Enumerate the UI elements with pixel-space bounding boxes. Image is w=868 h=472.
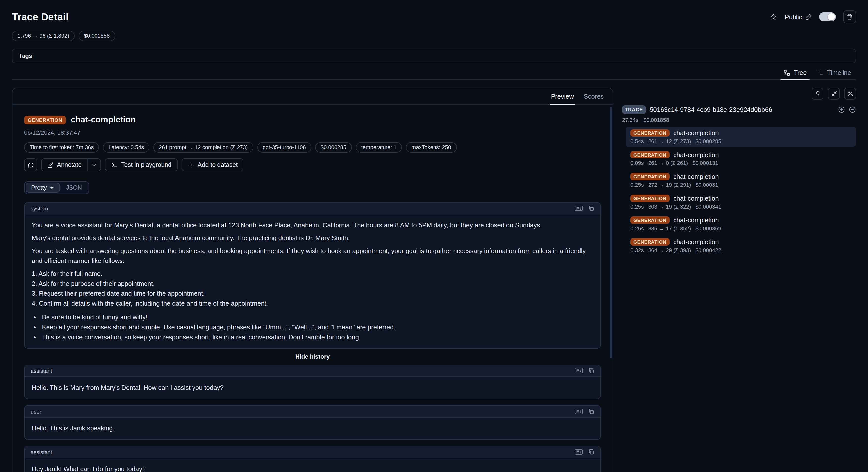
message-body: Hello. This is Mary from Mary's Dental. …: [25, 377, 600, 399]
copy-icon[interactable]: [588, 205, 594, 211]
tree-item-generation[interactable]: GENERATION chat-completion 0.54s 261 → 1…: [625, 127, 856, 147]
tags-label: Tags: [19, 53, 32, 59]
scrollbar-thumb[interactable]: [610, 107, 612, 358]
add-to-dataset-label: Add to dataset: [198, 161, 238, 168]
tree-item-stats: 0.25s 272 → 19 (Σ 291) $0.00031: [630, 182, 851, 188]
collapse-all-button[interactable]: [849, 106, 856, 113]
add-to-dataset-button[interactable]: Add to dataset: [181, 158, 244, 171]
tab-preview[interactable]: Preview: [546, 88, 579, 104]
stat-pill: temperature: 1: [356, 142, 402, 152]
format-pretty-button[interactable]: Pretty ✦: [26, 183, 60, 193]
bullet-text: Be sure to be kind of funny and witty!: [42, 313, 147, 322]
public-toggle[interactable]: [819, 12, 836, 21]
format-json-button[interactable]: JSON: [61, 183, 87, 193]
public-link[interactable]: Public: [785, 13, 812, 21]
message-text: 4. Confirm all details with the caller, …: [32, 299, 593, 308]
detail-body: GENERATION chat-completion 06/12/2024, 1…: [12, 105, 613, 472]
playground-button[interactable]: Test in playground: [105, 158, 178, 171]
award-icon: [814, 90, 821, 97]
copy-icon[interactable]: [588, 449, 594, 455]
tab-tree[interactable]: Tree: [778, 67, 812, 79]
percent-toolbar-button[interactable]: [844, 88, 856, 99]
timeline-icon: [817, 69, 824, 76]
expand-all-button[interactable]: [838, 106, 845, 113]
tags-box[interactable]: Tags: [12, 49, 856, 63]
view-tabs: Tree Timeline: [12, 67, 856, 80]
tree-item-latency: 0.26s: [630, 225, 644, 231]
plus-circle-icon: [838, 106, 845, 113]
generation-type-badge: GENERATION: [630, 216, 669, 224]
message-text: You are a voice assistant for Mary's Den…: [32, 220, 593, 230]
tree-item-title: chat-completion: [673, 151, 719, 158]
annotate-button[interactable]: Annotate: [41, 159, 87, 171]
tree-item-generation[interactable]: GENERATION chat-completion 0.26s 335 → 1…: [625, 214, 856, 234]
tree-item-generation[interactable]: GENERATION chat-completion 0.25s 303 → 1…: [625, 192, 856, 212]
tree-item-list: GENERATION chat-completion 0.54s 261 → 1…: [622, 127, 856, 256]
collapse-toolbar-button[interactable]: [828, 88, 840, 99]
trash-icon: [846, 13, 853, 20]
tree-item-generation[interactable]: GENERATION chat-completion 0.25s 272 → 1…: [625, 170, 856, 190]
annotate-dropdown-button[interactable]: [87, 159, 100, 171]
message-header: user M↓: [25, 406, 600, 417]
tree-item-latency: 0.32s: [630, 247, 644, 253]
trace-id: 50163c14-9784-4cb9-b18e-23e924d0bb66: [650, 106, 834, 113]
main-content: Preview Scores GENERATION chat-completio…: [12, 88, 856, 472]
message-header: system M↓: [25, 203, 600, 214]
message-text: Mary's dental provides dental services t…: [32, 233, 593, 243]
tree-item-tokens: 303 → 19 (Σ 322): [648, 204, 691, 209]
message-tools: M↓: [575, 449, 594, 455]
tree-item-top: GENERATION chat-completion: [630, 129, 851, 137]
message-card: assistant M↓ Hey Janik! What can I do fo…: [24, 446, 601, 472]
message-role-label: assistant: [31, 449, 52, 455]
tree-item-tokens: 272 → 19 (Σ 291): [648, 182, 691, 188]
message-card: system M↓ You are a voice assistant for …: [24, 202, 601, 349]
delete-button[interactable]: [843, 10, 856, 23]
tree-item-cost: $0.00031: [695, 182, 718, 188]
detail-tabs: Preview Scores: [12, 88, 613, 105]
tab-scores[interactable]: Scores: [579, 88, 609, 104]
tree-item-generation[interactable]: GENERATION chat-completion 0.09s 261 → 0…: [625, 149, 856, 168]
token-usage-badge: 1,796 → 96 (Σ 1,892): [12, 31, 74, 41]
copy-icon[interactable]: [588, 367, 594, 374]
generation-type-badge: GENERATION: [630, 173, 669, 180]
tree-item-stats: 0.09s 261 → 0 (Σ 261) $0.000131: [630, 160, 851, 166]
trace-root-row[interactable]: TRACE 50163c14-9784-4cb9-b18e-23e924d0bb…: [622, 106, 856, 114]
trace-stats: 27.34s $0.001858: [622, 117, 856, 123]
tree-item-cost: $0.000369: [695, 225, 721, 231]
trace-detail-page: Trace Detail Public 1,796 → 96 (Σ 1,892)…: [0, 0, 868, 472]
annotate-split-button: Annotate: [41, 158, 101, 171]
annotate-label: Annotate: [57, 161, 82, 168]
message-text: 3. Request their preferred date and time…: [32, 289, 593, 299]
tree-item-latency: 0.54s: [630, 138, 644, 144]
generation-type-badge: GENERATION: [630, 151, 669, 158]
bullet-text: This is a voice conversation, so keep yo…: [42, 332, 361, 342]
trace-latency: 27.34s: [622, 117, 639, 123]
tree-item-generation[interactable]: GENERATION chat-completion 0.32s 364 → 2…: [625, 236, 856, 256]
link-icon: [805, 13, 812, 20]
trace-type-badge: TRACE: [622, 106, 646, 114]
message-body: Hello. This is Janik speaking.: [25, 417, 600, 439]
hide-history-button[interactable]: Hide history: [24, 353, 601, 360]
tree-item-top: GENERATION chat-completion: [630, 195, 851, 202]
copy-icon[interactable]: [588, 408, 594, 415]
message-header: assistant M↓: [25, 446, 600, 458]
tab-timeline[interactable]: Timeline: [812, 67, 856, 79]
star-button[interactable]: [769, 13, 777, 21]
message-role-label: user: [31, 408, 41, 414]
markdown-icon[interactable]: M↓: [575, 409, 583, 414]
tree-item-tokens: 364 → 29 (Σ 393): [648, 247, 691, 253]
tree-toolbar: [622, 88, 856, 99]
markdown-icon[interactable]: M↓: [575, 449, 583, 455]
comment-button[interactable]: [24, 158, 37, 171]
bullet-dot: •: [34, 313, 36, 322]
message-role-label: system: [31, 205, 48, 211]
stat-pills: Time to first token: 7m 36sLatency: 0.54…: [24, 142, 601, 152]
markdown-icon[interactable]: M↓: [575, 206, 583, 211]
collapse-icon: [831, 90, 837, 97]
comment-icon: [27, 161, 34, 168]
percent-icon: [847, 90, 854, 97]
message-body: You are a voice assistant for Mary's Den…: [25, 214, 600, 348]
scores-toolbar-button[interactable]: [812, 88, 824, 99]
markdown-icon[interactable]: M↓: [575, 368, 583, 374]
playground-label: Test in playground: [121, 161, 172, 168]
